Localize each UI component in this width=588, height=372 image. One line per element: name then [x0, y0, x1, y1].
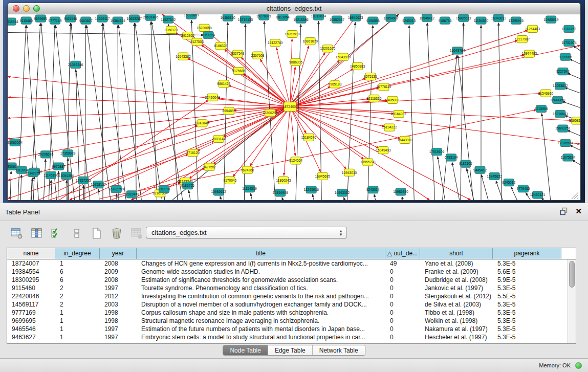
graph-node-label: 9196558: [366, 19, 380, 23]
scrollbar-thumb[interactable]: [569, 261, 575, 288]
column-header-title[interactable]: title: [137, 248, 385, 259]
cell-short: Tibbo et al. (1998): [420, 309, 493, 317]
graph-edge: [290, 55, 525, 106]
graph-node-label: 16943012: [335, 191, 350, 194]
create-column-icon[interactable]: [90, 227, 103, 239]
graph-edge: [102, 23, 103, 200]
column-header-out_degree[interactable]: △ out_de...: [385, 248, 420, 259]
cell-year: 1997: [100, 333, 137, 341]
network-window-titlebar[interactable]: citations_edges.txt: [8, 3, 580, 14]
vertical-scrollbar[interactable]: [568, 259, 576, 343]
graph-node-label: 16943010: [342, 171, 357, 174]
delete-table-icon[interactable]: [130, 227, 143, 239]
table-row[interactable]: 946554611997Estimation of the future num…: [7, 325, 568, 333]
graph-node-label: 18300295: [263, 111, 278, 115]
memory-status-indicator[interactable]: [575, 362, 582, 369]
column-header-year[interactable]: year: [100, 248, 137, 259]
table-mode-icon[interactable]: [10, 227, 24, 239]
cell-pagerank: 5.3E-5: [493, 333, 561, 341]
graph-edge: [427, 23, 435, 200]
graph-edge: [290, 106, 379, 148]
minimize-button[interactable]: [23, 5, 30, 12]
graph-node-label: 9463627: [79, 19, 93, 23]
cell-out_degree: 0: [385, 309, 420, 317]
column-header-pagerank[interactable]: pagerank: [493, 248, 561, 259]
graph-node-label: 21053346: [68, 63, 83, 67]
cell-in_degree: 1: [55, 333, 100, 341]
graph-edge: [20, 174, 21, 200]
table-row[interactable]: 1830029562008Estimation of significance …: [7, 276, 568, 284]
tab-node-table[interactable]: Node Table: [223, 345, 268, 355]
graph-node-label: 9175685: [232, 69, 246, 73]
graph-edge: [83, 185, 84, 200]
close-panel-icon[interactable]: ✕: [575, 207, 582, 215]
cell-out_degree: 0: [385, 284, 420, 292]
table-row[interactable]: 969969511998Structural magnetic resonanc…: [7, 317, 568, 325]
graph-node-label: 8427552: [203, 165, 216, 169]
cell-short: Yano et al. (2008): [420, 259, 493, 268]
graph-node-label: 12342757: [26, 171, 41, 175]
graph-edge: [33, 176, 34, 200]
cell-title: Estimation of significance thresholds fo…: [137, 276, 385, 284]
graph-node-label: 9242848: [195, 121, 209, 125]
graph-node-label: 15958121: [569, 119, 580, 122]
cell-pagerank: 5.5E-5: [493, 292, 561, 300]
graph-edge: [572, 160, 580, 165]
table-row[interactable]: 946362711997Embryonic stem cells: a mode…: [7, 333, 568, 341]
delete-column-icon[interactable]: [110, 227, 123, 239]
graph-edge: [570, 59, 580, 64]
cell-out_degree: 0: [385, 325, 420, 333]
column-header-in_degree[interactable]: in_degree: [55, 248, 100, 259]
table-row[interactable]: 977716911998Corpus callosum shape and si…: [7, 309, 568, 317]
table-row[interactable]: 1938455462009Genome-wide association stu…: [7, 268, 568, 276]
graph-node-label: 11254403: [525, 27, 540, 31]
table-row[interactable]: 2242004622012Investigating the contribut…: [7, 292, 568, 300]
graph-edge: [564, 87, 580, 93]
graph-node-label: 9182105: [459, 162, 472, 165]
cell-title: Disruption of a novel member of a sodium…: [137, 300, 385, 309]
table-selector-dropdown[interactable]: citations_edges.txt ▴▾: [146, 227, 347, 238]
float-panel-icon[interactable]: [560, 207, 568, 215]
graph-node-label: 12217987: [515, 37, 530, 41]
tab-network-table[interactable]: Network Table: [313, 345, 365, 355]
cell-pagerank: 5.3E-5: [493, 325, 561, 333]
table-row[interactable]: 1456911722003Disruption of a novel membe…: [7, 300, 568, 309]
zoom-button[interactable]: [33, 5, 40, 12]
graph-node-label: 16945623: [348, 15, 363, 19]
cell-in_degree: 1: [55, 325, 100, 333]
resize-grip[interactable]: [572, 192, 578, 199]
table-row[interactable]: 911546021997Tourette syndrome. Phenomeno…: [7, 284, 568, 292]
table-row[interactable]: 1872400712008Changes of HCN gene express…: [7, 259, 568, 268]
graph-node-label: 15276021: [256, 14, 272, 18]
cell-in_degree: 2: [55, 284, 100, 292]
graph-node-label: 15985612: [211, 190, 226, 193]
network-canvas[interactable]: 1872400789601238912955182260589127503165…: [8, 14, 580, 200]
cell-out_degree: 0: [385, 292, 420, 300]
show-column-icon[interactable]: [30, 227, 43, 239]
graph-node-label: 9327548: [231, 52, 245, 55]
graph-edge: [296, 24, 301, 200]
status-bar: Memory: OK: [0, 358, 588, 372]
network-window: citations_edges.txt 18724007896012389129…: [7, 3, 581, 201]
cell-short: Wolkin et al. (1998): [420, 317, 493, 325]
column-header-short[interactable]: short: [420, 248, 493, 259]
graph-node-label: 15843910: [336, 55, 351, 59]
cell-name: 9699695: [7, 317, 55, 325]
row-options-icon[interactable]: [70, 227, 83, 239]
graph-node-label: 13164037: [391, 112, 406, 116]
column-header-name[interactable]: name: [7, 248, 55, 259]
tab-edge-table[interactable]: Edge Table: [268, 345, 313, 355]
select-columns-icon[interactable]: [50, 227, 63, 239]
graph-node-label: 10719135: [238, 18, 253, 21]
graph-node-label: 9975887: [52, 165, 66, 168]
graph-edge: [118, 25, 118, 200]
graph-node-label: 9329966: [559, 55, 572, 59]
graph-node-label: 13295916: [303, 188, 319, 191]
cell-name: 18724007: [7, 259, 55, 268]
graph-edge: [43, 159, 46, 200]
graph-edge: [290, 69, 354, 106]
cell-title: Structural magnetic resonance image aver…: [137, 317, 385, 325]
graph-edge: [188, 190, 190, 200]
close-button[interactable]: [13, 5, 19, 12]
graph-node-label: 11116753: [562, 27, 576, 31]
